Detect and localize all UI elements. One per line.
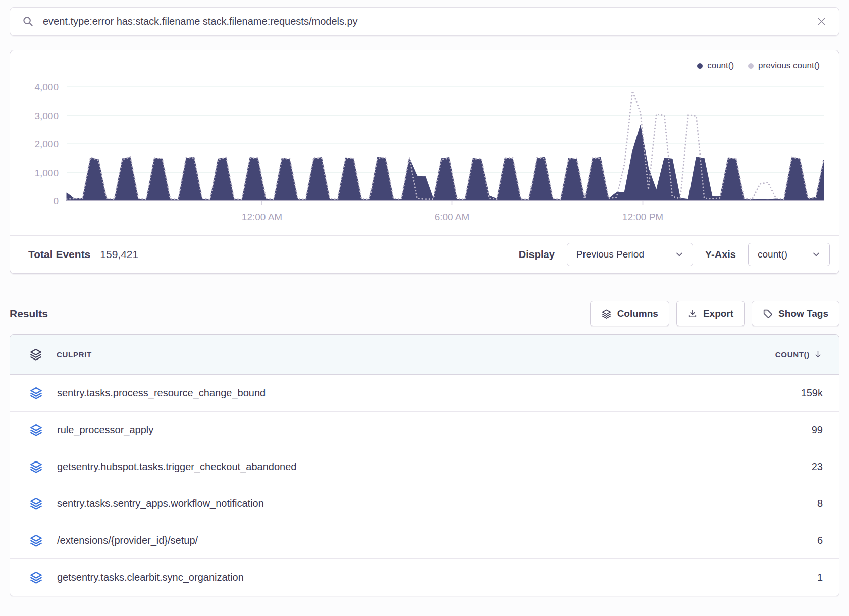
columns-button-label: Columns bbox=[617, 308, 658, 319]
legend-label: previous count() bbox=[758, 61, 820, 71]
search-bar bbox=[10, 7, 839, 36]
culprit-cell: rule_processor_apply bbox=[57, 424, 153, 436]
chart-legend: count() previous count() bbox=[697, 61, 820, 71]
svg-text:2,000: 2,000 bbox=[34, 139, 59, 149]
culprit-cell: sentry.tasks.process_resource_change_bou… bbox=[57, 387, 266, 399]
page: count() previous count() 12:00 AM6:00 AM… bbox=[0, 0, 849, 596]
y-axis-select-value: count() bbox=[758, 249, 787, 260]
layers-icon bbox=[29, 348, 42, 361]
count-cell: 6 bbox=[817, 535, 823, 546]
table-body: sentry.tasks.process_resource_change_bou… bbox=[10, 375, 839, 596]
show-tags-button-label: Show Tags bbox=[778, 308, 828, 319]
y-axis-select[interactable]: count() bbox=[748, 243, 830, 266]
stack-icon[interactable] bbox=[29, 460, 43, 474]
column-header-culprit[interactable]: CULPRIT bbox=[57, 350, 92, 359]
table-row[interactable]: sentry.tasks.process_resource_change_bou… bbox=[10, 375, 839, 412]
svg-text:12:00 PM: 12:00 PM bbox=[622, 212, 663, 222]
legend-dot-icon bbox=[697, 63, 703, 69]
table-row[interactable]: sentry.tasks.sentry_apps.workflow_notifi… bbox=[10, 485, 839, 522]
count-cell: 1 bbox=[817, 572, 823, 583]
legend-item[interactable]: count() bbox=[697, 61, 734, 71]
table-row[interactable]: rule_processor_apply 99 bbox=[10, 412, 839, 448]
display-label: Display bbox=[519, 249, 555, 261]
count-cell: 23 bbox=[812, 461, 823, 473]
svg-text:0: 0 bbox=[53, 196, 59, 207]
stack-icon[interactable] bbox=[29, 423, 43, 437]
search-icon bbox=[22, 16, 34, 27]
chevron-down-icon bbox=[812, 250, 820, 259]
display-select[interactable]: Previous Period bbox=[567, 243, 693, 266]
export-button[interactable]: Export bbox=[676, 301, 745, 326]
close-icon[interactable] bbox=[816, 16, 827, 27]
table-row[interactable]: /extensions/{provider_id}/setup/ 6 bbox=[10, 522, 839, 559]
stack-icon[interactable] bbox=[29, 497, 43, 510]
events-chart-panel: count() previous count() 12:00 AM6:00 AM… bbox=[10, 50, 839, 274]
results-header: Results Columns Export Show Tags bbox=[10, 301, 839, 326]
tag-icon bbox=[763, 309, 773, 319]
download-icon bbox=[687, 309, 698, 319]
chart-body: 12:00 AM6:00 AM12:00 PM01,0002,0003,0004… bbox=[10, 50, 839, 235]
legend-label: count() bbox=[707, 61, 734, 71]
legend-item[interactable]: previous count() bbox=[748, 61, 820, 71]
count-cell: 8 bbox=[817, 498, 823, 509]
results-title: Results bbox=[10, 307, 48, 320]
count-cell: 159k bbox=[801, 387, 823, 399]
y-axis-label: Y-Axis bbox=[705, 249, 736, 261]
total-events-label: Total Events bbox=[28, 248, 90, 261]
results-table: CULPRIT COUNT() sentry.tasks.process_res… bbox=[10, 334, 839, 596]
chart-footer: Total Events 159,421 Display Previous Pe… bbox=[10, 235, 839, 273]
total-events: Total Events 159,421 bbox=[28, 248, 138, 261]
results-actions: Columns Export Show Tags bbox=[590, 301, 839, 326]
events-chart: 12:00 AM6:00 AM12:00 PM01,0002,0003,0004… bbox=[10, 57, 839, 232]
count-cell: 99 bbox=[812, 424, 823, 436]
count-header-label: COUNT() bbox=[775, 350, 810, 359]
table-header: CULPRIT COUNT() bbox=[10, 335, 839, 375]
export-button-label: Export bbox=[703, 308, 733, 319]
svg-text:3,000: 3,000 bbox=[34, 111, 59, 121]
sort-desc-icon bbox=[813, 350, 823, 360]
column-header-count[interactable]: COUNT() bbox=[775, 350, 823, 360]
columns-button[interactable]: Columns bbox=[590, 301, 669, 326]
legend-dot-icon bbox=[748, 63, 754, 69]
display-select-value: Previous Period bbox=[576, 249, 644, 260]
culprit-cell: /extensions/{provider_id}/setup/ bbox=[57, 535, 198, 546]
svg-text:6:00 AM: 6:00 AM bbox=[435, 212, 470, 222]
culprit-cell: getsentry.tasks.clearbit.sync_organizati… bbox=[57, 572, 244, 583]
stack-icon[interactable] bbox=[29, 571, 43, 584]
layers-icon bbox=[601, 309, 612, 319]
svg-text:4,000: 4,000 bbox=[34, 82, 59, 92]
chart-controls: Display Previous Period Y-Axis count() bbox=[519, 243, 830, 266]
svg-text:1,000: 1,000 bbox=[34, 168, 59, 178]
stack-icon[interactable] bbox=[29, 386, 43, 400]
search-input[interactable] bbox=[42, 15, 808, 28]
total-events-value: 159,421 bbox=[100, 248, 138, 261]
culprit-cell: sentry.tasks.sentry_apps.workflow_notifi… bbox=[57, 498, 264, 509]
chevron-down-icon bbox=[675, 250, 683, 259]
table-row[interactable]: getsentry.hubspot.tasks.trigger_checkout… bbox=[10, 448, 839, 485]
show-tags-button[interactable]: Show Tags bbox=[752, 301, 839, 326]
svg-text:12:00 AM: 12:00 AM bbox=[242, 212, 282, 222]
table-row[interactable]: getsentry.tasks.clearbit.sync_organizati… bbox=[10, 559, 839, 596]
culprit-cell: getsentry.hubspot.tasks.trigger_checkout… bbox=[57, 461, 296, 473]
stack-icon[interactable] bbox=[29, 534, 43, 547]
